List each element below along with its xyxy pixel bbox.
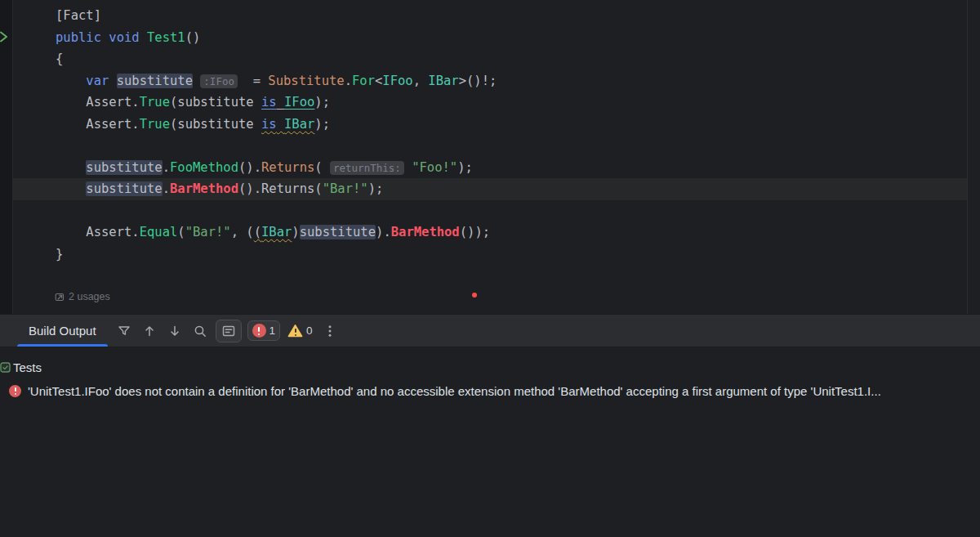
editor-right-guide: [967, 0, 968, 314]
code-line[interactable]: [Fact]: [56, 5, 497, 27]
error-stripe-dot: [472, 293, 477, 298]
tests-label: Tests: [13, 360, 42, 374]
warning-count: 0: [306, 325, 313, 337]
soft-wrap-icon[interactable]: [216, 320, 242, 342]
more-options-icon[interactable]: [320, 321, 340, 341]
code-line[interactable]: var substitute :IFoo = Substitute.For<IF…: [56, 70, 497, 92]
tree-node-error[interactable]: 'UnitTest1.IFoo' does not contain a defi…: [0, 379, 980, 402]
arrow-down-icon[interactable]: [165, 321, 185, 341]
error-filter-button[interactable]: 1: [247, 320, 281, 341]
tab-build-output-label: Build Output: [29, 324, 96, 338]
code-line[interactable]: substitute.FooMethod().Returns( returnTh…: [56, 157, 497, 179]
arrow-up-icon[interactable]: [140, 321, 159, 341]
code-editor[interactable]: [Fact]public void Test1(){ var substitut…: [0, 0, 980, 314]
code-line[interactable]: Assert.True(substitute is IFoo);: [56, 92, 497, 114]
tab-build-output[interactable]: Build Output: [17, 315, 108, 347]
usages-icon: [55, 292, 65, 302]
code-line[interactable]: {: [56, 48, 497, 70]
toolbar-icons: 1 0: [114, 315, 340, 347]
code-line[interactable]: Assert.True(substitute is IBar);: [56, 114, 497, 136]
error-icon: [9, 385, 21, 397]
build-output-panel: Tests 'UnitTest1.IFoo' does not contain …: [0, 348, 980, 537]
error-icon: [252, 324, 266, 338]
code-lines[interactable]: [Fact]public void Test1(){ var substitut…: [56, 5, 497, 265]
code-line[interactable]: [56, 135, 497, 157]
tests-node-icon: [0, 362, 11, 373]
usages-label: 2 usages: [69, 291, 110, 302]
code-line[interactable]: }: [56, 244, 497, 266]
warning-icon: [287, 324, 303, 338]
code-vision-usages[interactable]: 2 usages: [55, 291, 110, 302]
code-line[interactable]: Assert.Equal("Bar!", ((IBar)substitute).…: [56, 222, 497, 244]
editor-gutter: [0, 0, 13, 314]
warning-filter-button[interactable]: 0: [286, 322, 314, 339]
code-line[interactable]: substitute.BarMethod().Returns("Bar!");: [56, 178, 497, 200]
code-line[interactable]: [56, 200, 497, 222]
filter-icon[interactable]: [114, 321, 134, 341]
search-icon[interactable]: [190, 321, 210, 341]
error-count: 1: [270, 325, 276, 337]
tree-node-tests[interactable]: Tests: [0, 356, 980, 378]
code-line[interactable]: public void Test1(): [56, 27, 497, 49]
build-output-toolbar: Build Output: [0, 314, 980, 347]
run-test-icon[interactable]: [0, 30, 11, 43]
error-message: 'UnitTest1.IFoo' does not contain a defi…: [28, 384, 881, 398]
